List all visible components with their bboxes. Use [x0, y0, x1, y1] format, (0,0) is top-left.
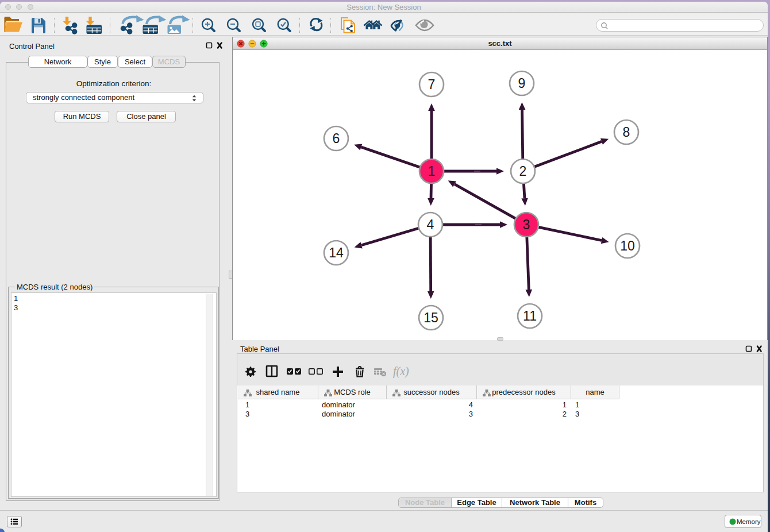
svg-text:8: 8: [623, 125, 630, 140]
svg-text:1: 1: [428, 164, 436, 179]
svg-text:15: 15: [424, 310, 438, 325]
svg-text:4: 4: [427, 217, 434, 232]
svg-text:7: 7: [428, 77, 436, 92]
svg-text:10: 10: [620, 238, 635, 253]
svg-text:11: 11: [523, 309, 537, 323]
svg-text:14: 14: [329, 245, 344, 260]
svg-text:2: 2: [519, 164, 527, 179]
svg-text:3: 3: [523, 217, 530, 232]
svg-text:6: 6: [333, 131, 340, 146]
svg-text:9: 9: [518, 76, 526, 91]
